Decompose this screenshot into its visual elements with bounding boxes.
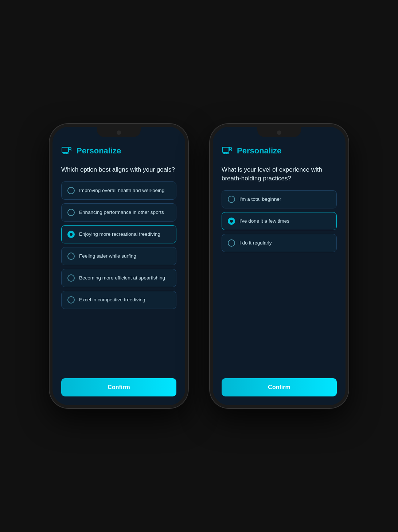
phone-1-option-4-label: Feeling safer while surfing	[79, 253, 136, 259]
phone-1-option-2[interactable]: Enhancing performance in other sports	[61, 203, 176, 222]
phone-2-header: Personalize	[222, 145, 337, 157]
phone-1-option-6[interactable]: Excel in competitive freediving	[61, 291, 176, 309]
personalize-icon-2	[222, 145, 233, 157]
phone-1-option-1[interactable]: Improving overall health and well-being	[61, 181, 176, 200]
personalize-icon-1	[61, 145, 73, 157]
radio-1-2	[67, 209, 75, 216]
phone-2-option-3-label: I do it regularly	[239, 240, 272, 246]
phone-1-option-6-label: Excel in competitive freediving	[79, 297, 145, 302]
radio-2-2	[228, 218, 235, 225]
phone-1-option-1-label: Improving overall health and well-being	[79, 188, 164, 193]
radio-2-3	[228, 239, 235, 247]
phone-1-header: Personalize	[61, 145, 176, 157]
phone-2-options: I'm a total beginner I've done it a few …	[222, 190, 337, 372]
phone-2-option-2[interactable]: I've done it a few times	[222, 212, 337, 230]
phone-2-title: Personalize	[237, 146, 281, 156]
phone-1-option-3-label: Enjoying more recreational freediving	[79, 231, 160, 237]
phone-2-confirm-button[interactable]: Confirm	[222, 378, 337, 396]
phone-1-option-5-label: Becoming more efficient at spearfishing	[79, 275, 165, 281]
phone-2-option-3[interactable]: I do it regularly	[222, 234, 337, 252]
phone-2-screen: Personalize What is your level of experi…	[213, 127, 346, 405]
svg-rect-2	[222, 147, 229, 152]
phone-2-question: What is your level of experience with br…	[222, 165, 337, 183]
phone-1-option-2-label: Enhancing performance in other sports	[79, 210, 164, 215]
svg-rect-0	[62, 147, 69, 152]
phone-2-option-1[interactable]: I'm a total beginner	[222, 190, 337, 208]
phone-1-camera	[117, 130, 121, 135]
radio-2-1	[228, 196, 235, 203]
phone-2-option-2-label: I've done it a few times	[239, 218, 289, 224]
phone-2-camera	[277, 130, 281, 135]
phone-1-options: Improving overall health and well-being …	[61, 181, 176, 372]
radio-1-4	[67, 253, 75, 260]
phone-2: Personalize What is your level of experi…	[210, 124, 348, 408]
scene: Personalize Which option best aligns wit…	[0, 102, 398, 430]
phone-1-option-3[interactable]: Enjoying more recreational freediving	[61, 225, 176, 243]
phone-2-option-1-label: I'm a total beginner	[239, 196, 281, 202]
phone-1-title: Personalize	[77, 146, 121, 156]
phone-1-confirm-button[interactable]: Confirm	[61, 378, 176, 396]
radio-1-3-inner	[70, 233, 73, 236]
phone-1: Personalize Which option best aligns wit…	[50, 124, 188, 408]
phone-1-option-5[interactable]: Becoming more efficient at spearfishing	[61, 269, 176, 287]
radio-2-2-inner	[230, 220, 233, 223]
radio-1-6	[67, 296, 75, 304]
phone-1-question: Which option best aligns with your goals…	[61, 165, 176, 174]
radio-1-5	[67, 274, 75, 282]
radio-1-1	[67, 187, 75, 194]
phone-1-option-4[interactable]: Feeling safer while surfing	[61, 247, 176, 265]
radio-1-3	[67, 231, 75, 238]
phone-1-screen: Personalize Which option best aligns wit…	[52, 127, 185, 405]
